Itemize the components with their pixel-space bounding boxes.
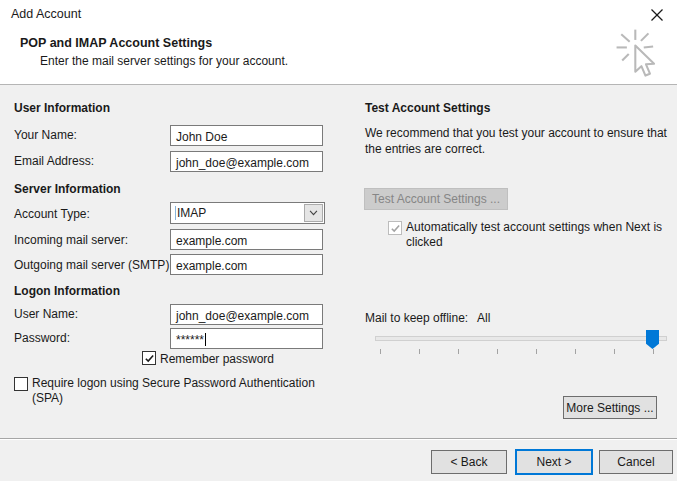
- slider-tick: [458, 349, 459, 354]
- your-name-label: Your Name:: [14, 128, 77, 142]
- test-account-settings-button[interactable]: Test Account Settings ...: [364, 188, 508, 210]
- remember-password-label[interactable]: Remember password: [160, 352, 274, 366]
- password-label: Password:: [14, 331, 70, 345]
- slider-tick: [575, 349, 576, 354]
- page-subtitle: Enter the mail server settings for your …: [40, 54, 288, 68]
- slider-tick: [380, 349, 381, 354]
- mail-offline-slider-track[interactable]: [375, 336, 667, 341]
- section-test-account-settings: Test Account Settings: [365, 101, 490, 115]
- mouse-pointer-starburst-icon: [610, 24, 670, 84]
- combo-dropdown-button[interactable]: [304, 204, 323, 222]
- password-field[interactable]: ******: [170, 328, 323, 349]
- window-title: Add Account: [11, 7, 81, 21]
- slider-tick: [419, 349, 420, 354]
- checkmark-icon: [390, 223, 401, 234]
- outgoing-server-field[interactable]: example.com: [170, 254, 323, 275]
- add-account-dialog: Add Account POP and IMAP Account Setting…: [0, 0, 677, 481]
- section-logon-information: Logon Information: [14, 284, 120, 298]
- outgoing-server-label: Outgoing mail server (SMTP):: [14, 258, 173, 272]
- slider-tick: [536, 349, 537, 354]
- checkmark-icon: [144, 353, 155, 364]
- text-caret: [175, 206, 176, 220]
- account-type-label: Account Type:: [14, 207, 90, 221]
- close-icon: [651, 9, 663, 21]
- close-button[interactable]: [646, 4, 668, 26]
- footer-separator: [0, 438, 677, 440]
- account-type-select[interactable]: IMAP: [170, 202, 325, 224]
- remember-password-checkbox[interactable]: [142, 351, 156, 365]
- user-name-field[interactable]: john_doe@example.com: [170, 304, 323, 325]
- mail-offline-value: All: [477, 311, 490, 325]
- mail-offline-label: Mail to keep offline:: [365, 311, 468, 325]
- back-button[interactable]: < Back: [431, 450, 507, 474]
- email-address-field[interactable]: john_doe@example.com: [170, 151, 323, 172]
- slider-tick: [497, 349, 498, 354]
- auto-test-label: Automatically test account settings when…: [406, 220, 664, 250]
- spa-checkbox[interactable]: [14, 377, 28, 391]
- incoming-server-label: Incoming mail server:: [14, 233, 128, 247]
- slider-tick: [653, 349, 654, 354]
- user-name-label: User Name:: [14, 307, 78, 321]
- spa-label[interactable]: Require logon using Secure Password Auth…: [32, 376, 332, 406]
- auto-test-checkbox[interactable]: [388, 221, 402, 235]
- test-settings-description: We recommend that you test your account …: [365, 125, 673, 157]
- email-address-label: Email Address:: [14, 154, 94, 168]
- section-user-information: User Information: [14, 101, 110, 115]
- incoming-server-field[interactable]: example.com: [170, 229, 323, 250]
- section-server-information: Server Information: [14, 182, 121, 196]
- chevron-down-icon: [309, 210, 318, 216]
- slider-tick: [614, 349, 615, 354]
- more-settings-button[interactable]: More Settings ...: [563, 396, 657, 419]
- cancel-button[interactable]: Cancel: [599, 450, 673, 474]
- your-name-field[interactable]: John Doe: [170, 125, 323, 146]
- text-caret: [205, 333, 206, 346]
- page-title: POP and IMAP Account Settings: [20, 36, 212, 50]
- next-button[interactable]: Next >: [515, 449, 593, 475]
